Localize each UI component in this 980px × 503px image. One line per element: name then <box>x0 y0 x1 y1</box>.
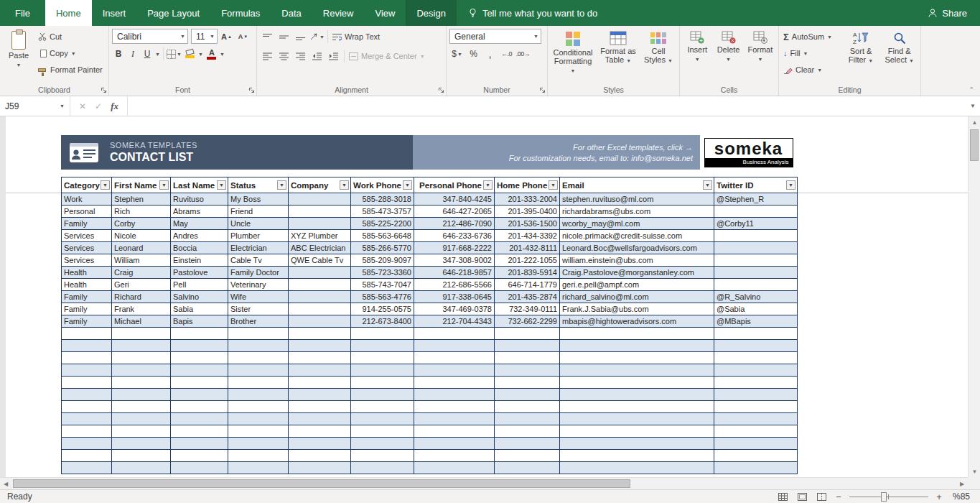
table-cell[interactable]: mbapis@hightoweradvisors.com <box>560 315 714 328</box>
table-cell[interactable]: Uncle <box>228 218 289 230</box>
accounting-format-button[interactable]: $▼ <box>449 47 465 61</box>
bold-button[interactable]: B <box>112 47 125 61</box>
table-cell[interactable]: May <box>171 218 228 230</box>
table-cell[interactable] <box>414 425 495 438</box>
table-cell[interactable] <box>289 364 351 377</box>
table-cell[interactable]: Bapis <box>171 315 228 328</box>
table-cell[interactable] <box>714 340 798 352</box>
alignment-dialog-launcher[interactable] <box>438 87 444 93</box>
table-cell[interactable]: 212-686-5566 <box>414 279 495 291</box>
filter-button[interactable]: ▼ <box>277 180 286 190</box>
decrease-indent-button[interactable] <box>309 49 325 63</box>
table-cell[interactable] <box>714 425 798 438</box>
copy-button[interactable]: Copy ▼ <box>37 45 104 61</box>
table-cell[interactable] <box>228 389 289 401</box>
table-cell[interactable]: 646-714-1779 <box>495 279 560 291</box>
table-cell[interactable] <box>414 364 495 377</box>
table-cell[interactable] <box>714 389 798 401</box>
cancel-formula-button[interactable]: ✕ <box>79 101 86 111</box>
table-cell[interactable]: Family <box>62 218 112 230</box>
table-cell[interactable] <box>351 352 414 364</box>
table-cell[interactable]: Health <box>62 267 112 279</box>
filter-button[interactable]: ▼ <box>549 180 558 190</box>
table-cell[interactable] <box>289 291 351 303</box>
table-cell[interactable]: 201-333-2004 <box>495 193 560 206</box>
scroll-left-arrow[interactable]: ◀ <box>0 478 11 490</box>
tab-home[interactable]: Home <box>45 0 92 26</box>
page-layout-view-button[interactable] <box>795 491 808 502</box>
table-cell[interactable]: 347-308-9002 <box>414 254 495 267</box>
table-cell[interactable]: 585-225-2200 <box>351 218 414 230</box>
increase-decimal-button[interactable]: ←.0 <box>499 47 514 61</box>
table-cell[interactable] <box>351 413 414 425</box>
font-name-select[interactable]: Calibri▼ <box>112 29 188 44</box>
table-cell[interactable]: richardabrams@ubs.com <box>560 206 714 218</box>
table-cell[interactable] <box>560 352 714 364</box>
table-cell[interactable]: 585-743-7047 <box>351 279 414 291</box>
table-cell[interactable]: Services <box>62 230 112 242</box>
table-cell[interactable] <box>112 425 171 438</box>
decrease-font-size-button[interactable]: A▼ <box>235 29 251 44</box>
table-cell[interactable]: Services <box>62 242 112 254</box>
table-cell[interactable] <box>62 413 112 425</box>
table-cell[interactable] <box>171 450 228 462</box>
tell-me-box[interactable]: Tell me what you want to do <box>468 0 597 26</box>
table-cell[interactable] <box>714 413 798 425</box>
table-cell[interactable] <box>228 450 289 462</box>
table-cell[interactable] <box>289 450 351 462</box>
table-cell[interactable] <box>714 450 798 462</box>
table-cell[interactable]: @Sabia <box>714 303 798 315</box>
table-cell[interactable] <box>62 340 112 352</box>
table-cell[interactable]: wcorby_may@ml.com <box>560 218 714 230</box>
align-right-button[interactable] <box>293 49 308 63</box>
tab-formulas[interactable]: Formulas <box>210 0 271 26</box>
table-cell[interactable]: @MBapis <box>714 315 798 328</box>
table-cell[interactable] <box>289 389 351 401</box>
table-cell[interactable] <box>414 340 495 352</box>
zoom-out-button[interactable]: − <box>834 492 843 502</box>
table-cell[interactable]: Services <box>62 254 112 267</box>
table-cell[interactable] <box>289 425 351 438</box>
conditional-formatting-button[interactable]: ConditionalFormatting ▼ <box>551 29 595 83</box>
zoom-in-button[interactable]: + <box>935 492 943 502</box>
cut-button[interactable]: Cut <box>37 29 104 45</box>
table-cell[interactable] <box>112 352 171 364</box>
table-cell[interactable]: 732-349-0111 <box>495 303 560 315</box>
increase-indent-button[interactable] <box>326 49 341 63</box>
table-cell[interactable] <box>351 425 414 438</box>
scroll-down-arrow[interactable]: ▼ <box>969 466 980 477</box>
table-cell[interactable]: QWE Cable Tv <box>289 254 351 267</box>
table-cell[interactable] <box>62 450 112 462</box>
table-cell[interactable] <box>228 352 289 364</box>
filter-button[interactable]: ▼ <box>483 180 493 190</box>
vertical-scrollbar[interactable]: ▲ ▼ <box>968 116 980 477</box>
table-cell[interactable] <box>351 377 414 389</box>
table-cell[interactable] <box>289 328 351 340</box>
borders-button[interactable]: ▼ <box>167 47 182 61</box>
table-cell[interactable]: Stephen <box>112 193 171 206</box>
table-cell[interactable]: 212-486-7090 <box>414 218 495 230</box>
table-cell[interactable] <box>289 352 351 364</box>
filter-button[interactable]: ▼ <box>101 180 110 190</box>
number-dialog-launcher[interactable] <box>539 87 546 93</box>
table-cell[interactable]: Rich <box>112 206 171 218</box>
table-cell[interactable] <box>112 389 171 401</box>
table-cell[interactable] <box>228 413 289 425</box>
table-cell[interactable]: 585-209-9097 <box>351 254 414 267</box>
table-cell[interactable] <box>62 425 112 438</box>
tab-review[interactable]: Review <box>312 0 365 26</box>
table-cell[interactable]: 585-563-6648 <box>351 230 414 242</box>
table-cell[interactable]: stephen.ruvituso@ml.com <box>560 193 714 206</box>
align-center-button[interactable] <box>276 49 291 63</box>
table-cell[interactable] <box>714 242 798 254</box>
table-cell[interactable] <box>714 267 798 279</box>
table-cell[interactable]: ABC Electrician <box>289 242 351 254</box>
horizontal-scrollbar-thumb[interactable] <box>13 479 630 488</box>
table-cell[interactable]: Frank.J.Sabia@ubs.com <box>560 303 714 315</box>
table-cell[interactable] <box>414 413 495 425</box>
table-cell[interactable] <box>714 230 798 242</box>
table-cell[interactable] <box>560 389 714 401</box>
table-cell[interactable]: Electrician <box>228 242 289 254</box>
vertical-scrollbar-thumb[interactable] <box>970 129 979 161</box>
table-cell[interactable] <box>62 352 112 364</box>
